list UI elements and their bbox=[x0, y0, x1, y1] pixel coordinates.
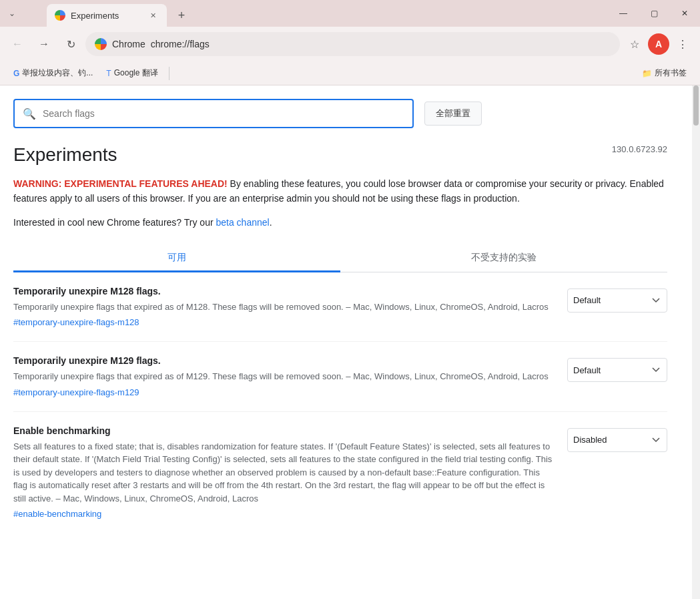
flag-title-m128: Temporarily unexpire M128 flags. bbox=[13, 286, 554, 296]
flag-content-m128: Temporarily unexpire M128 flags. Tempora… bbox=[13, 286, 554, 329]
content-area: 🔍 全部重置 Experiments 130.0.6723.92 WARNING… bbox=[0, 85, 700, 599]
flag-title-benchmarking: Enable benchmarking bbox=[13, 425, 554, 436]
tab-label: Experiments bbox=[71, 11, 119, 21]
tab-favicon bbox=[55, 10, 65, 21]
warning-text: WARNING: EXPERIMENTAL FEATURES AHEAD! By… bbox=[13, 176, 667, 206]
interested-text: Interested in cool new Chrome features? … bbox=[13, 217, 667, 228]
navigation-bar: ← → ↻ Chrome ☆ A ⋮ bbox=[0, 27, 700, 61]
all-bookmarks-label: 所有书签 bbox=[655, 67, 687, 79]
translate-icon: T bbox=[106, 69, 111, 78]
reload-button[interactable]: ↻ bbox=[59, 32, 83, 56]
flag-content-benchmarking: Enable benchmarking Sets all features to… bbox=[13, 425, 554, 520]
scrollbar[interactable] bbox=[692, 85, 700, 599]
active-tab[interactable]: Experiments ✕ bbox=[47, 4, 167, 27]
tab-new-tab-area: Experiments ✕ + bbox=[47, 4, 191, 27]
flag-select-m129[interactable]: Default Enabled Disabled bbox=[567, 358, 667, 382]
tab-unsupported[interactable]: 不受支持的实验 bbox=[340, 244, 667, 272]
more-menu-button[interactable]: ⋮ bbox=[671, 32, 695, 56]
nav-right-controls: ☆ A ⋮ bbox=[623, 32, 695, 56]
flag-row-benchmarking: Enable benchmarking Sets all features to… bbox=[13, 425, 667, 520]
flag-desc-m128: Temporarily unexpire flags that expired … bbox=[13, 301, 554, 314]
flag-link-m129[interactable]: #temporary-unexpire-flags-m129 bbox=[13, 387, 139, 397]
scrollbar-thumb[interactable] bbox=[693, 85, 699, 126]
back-button[interactable]: ← bbox=[5, 32, 29, 56]
forward-button[interactable]: → bbox=[32, 32, 56, 56]
page-title: Experiments bbox=[13, 144, 117, 166]
bookmark-item-spam[interactable]: G 举报垃圾内容、钓... bbox=[8, 65, 98, 81]
page-header: Experiments 130.0.6723.92 bbox=[13, 144, 667, 168]
reset-all-button[interactable]: 全部重置 bbox=[424, 102, 482, 126]
flag-link-benchmarking[interactable]: #enable-benchmarking bbox=[13, 509, 101, 519]
tab-bar: Experiments ✕ + bbox=[0, 0, 191, 27]
bookmarks-bar: G 举报垃圾内容、钓... T Google 翻译 📁 所有书签 bbox=[0, 61, 700, 85]
flag-title-m129: Temporarily unexpire M129 flags. bbox=[13, 355, 554, 366]
version-text: 130.0.6723.92 bbox=[612, 144, 667, 154]
warning-label: WARNING: EXPERIMENTAL FEATURES AHEAD! bbox=[13, 178, 228, 189]
bookmarks-right: 📁 所有书签 bbox=[637, 65, 692, 81]
title-bar: ⌄ Experiments ✕ + — ▢ ✕ bbox=[0, 0, 700, 27]
search-area: 🔍 全部重置 bbox=[13, 99, 667, 128]
new-tab-button[interactable]: + bbox=[172, 6, 191, 25]
search-input[interactable] bbox=[43, 108, 404, 119]
address-bar[interactable]: Chrome bbox=[85, 32, 620, 56]
bookmark-button[interactable]: ☆ bbox=[623, 32, 647, 56]
interested-prefix: Interested in cool new Chrome features? … bbox=[13, 217, 216, 228]
interested-suffix: . bbox=[270, 217, 272, 228]
tab-scroll-left[interactable]: ⌄ bbox=[3, 4, 21, 23]
tab-close-button[interactable]: ✕ bbox=[147, 9, 159, 21]
flag-select-m128[interactable]: Default Enabled Disabled bbox=[567, 288, 667, 313]
flag-row-m128: Temporarily unexpire M128 flags. Tempora… bbox=[13, 286, 667, 329]
chrome-label: Chrome bbox=[112, 39, 145, 49]
flag-item-m129: Temporarily unexpire M129 flags. Tempora… bbox=[13, 342, 667, 412]
flag-desc-m129: Temporarily unexpire flags that expired … bbox=[13, 370, 554, 383]
tab-available-label: 可用 bbox=[167, 252, 186, 262]
flags-page: 🔍 全部重置 Experiments 130.0.6723.92 WARNING… bbox=[0, 85, 681, 546]
google-g-icon: G bbox=[13, 69, 19, 78]
url-input[interactable] bbox=[151, 39, 611, 49]
search-icon: 🔍 bbox=[23, 108, 36, 120]
profile-button[interactable]: A bbox=[648, 33, 669, 55]
site-icon bbox=[95, 38, 107, 50]
flag-row-m129: Temporarily unexpire M129 flags. Tempora… bbox=[13, 355, 667, 398]
bookmarks-divider bbox=[169, 67, 169, 80]
beta-channel-link[interactable]: beta channel bbox=[216, 217, 269, 228]
flag-desc-benchmarking: Sets all features to a fixed state; that… bbox=[13, 440, 554, 506]
maximize-button[interactable]: ▢ bbox=[639, 0, 669, 27]
bookmark-translate-label: Google 翻译 bbox=[114, 67, 158, 79]
flag-select-benchmarking[interactable]: Default Enabled Disabled bbox=[567, 428, 667, 452]
all-bookmarks-button[interactable]: 📁 所有书签 bbox=[637, 65, 692, 81]
close-button[interactable]: ✕ bbox=[669, 0, 700, 27]
search-box: 🔍 bbox=[13, 99, 414, 128]
tab-available[interactable]: 可用 bbox=[13, 244, 340, 272]
bookmark-item-translate[interactable]: T Google 翻译 bbox=[101, 65, 163, 81]
flag-link-m128[interactable]: #temporary-unexpire-flags-m128 bbox=[13, 317, 139, 327]
tabs-container: 可用 不受支持的实验 bbox=[13, 244, 667, 272]
tab-unsupported-label: 不受支持的实验 bbox=[471, 252, 537, 262]
flags-list: Temporarily unexpire M128 flags. Tempora… bbox=[13, 272, 667, 534]
minimize-button[interactable]: — bbox=[608, 0, 639, 27]
flag-item-benchmarking: Enable benchmarking Sets all features to… bbox=[13, 412, 667, 534]
flag-item-m128: Temporarily unexpire M128 flags. Tempora… bbox=[13, 272, 667, 343]
window-controls: — ▢ ✕ bbox=[608, 0, 700, 27]
bookmark-spam-label: 举报垃圾内容、钓... bbox=[22, 67, 93, 79]
flag-content-m129: Temporarily unexpire M129 flags. Tempora… bbox=[13, 355, 554, 398]
folder-icon: 📁 bbox=[642, 69, 652, 78]
